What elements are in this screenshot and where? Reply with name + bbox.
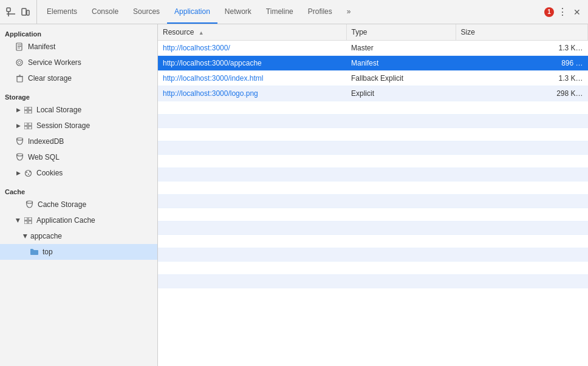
sidebar-item-session-storage[interactable]: ▶ Session Storage <box>0 118 157 134</box>
sidebar-item-cookies[interactable]: ▶ Cookies <box>0 165 157 181</box>
local-storage-label: Local Storage <box>36 106 81 114</box>
section-application: Application <box>0 27 157 39</box>
cell-size <box>456 195 588 208</box>
sidebar-item-manifest[interactable]: Manifest <box>0 39 157 55</box>
sidebar-item-app-cache[interactable]: ▶ Application Cache <box>0 212 157 228</box>
table-row[interactable] <box>158 235 588 248</box>
table-row[interactable] <box>158 195 588 208</box>
table-row[interactable]: http://localhost:3000/logo.pngExplicit29… <box>158 86 588 101</box>
cell-size <box>456 181 588 195</box>
table-row[interactable] <box>158 248 588 262</box>
cell-resource <box>158 235 346 248</box>
svg-point-23 <box>25 170 31 176</box>
tab-application[interactable]: Application <box>167 0 217 24</box>
cell-size: 1.3 K… <box>456 71 588 86</box>
cell-resource <box>158 275 346 288</box>
tab-elements[interactable]: Elements <box>39 0 84 24</box>
cell-resource <box>158 101 346 115</box>
column-resource[interactable]: Resource ▲ <box>158 24 346 41</box>
tab-network[interactable]: Network <box>217 0 259 24</box>
cell-size <box>456 168 588 181</box>
cell-type: Explicit <box>346 86 456 101</box>
session-storage-expand: ▶ <box>15 122 22 129</box>
tab-profiles[interactable]: Profiles <box>301 0 340 24</box>
web-sql-icon <box>15 152 24 162</box>
tab-more[interactable]: » <box>340 0 358 24</box>
table-row[interactable] <box>158 141 588 155</box>
svg-point-24 <box>26 172 27 173</box>
cell-size <box>456 248 588 262</box>
tab-console[interactable]: Console <box>84 0 126 24</box>
svg-rect-0 <box>7 8 10 12</box>
cell-resource <box>158 115 346 128</box>
more-options-icon[interactable]: ⋮ <box>556 6 569 18</box>
table-row[interactable] <box>158 168 588 181</box>
cell-size <box>456 115 588 128</box>
table-row[interactable] <box>158 101 588 115</box>
cell-resource <box>158 155 346 168</box>
cell-type <box>346 115 456 128</box>
manifest-label: Manifest <box>28 42 55 51</box>
table-container[interactable]: Resource ▲ Type Size http://localhost:30… <box>158 24 588 366</box>
cell-resource <box>158 128 346 141</box>
tab-timeline[interactable]: Timeline <box>259 0 301 24</box>
sidebar-item-appcache-child[interactable]: ▶ appcache <box>0 228 157 244</box>
local-storage-icon <box>23 105 33 115</box>
app-cache-icon <box>23 215 33 225</box>
svg-point-22 <box>16 154 22 156</box>
table-row[interactable] <box>158 222 588 235</box>
table-row[interactable] <box>158 208 588 222</box>
cell-type <box>346 195 456 208</box>
cell-type <box>346 128 456 141</box>
table-row[interactable] <box>158 115 588 128</box>
table-row[interactable] <box>158 155 588 168</box>
service-workers-icon <box>15 58 24 67</box>
svg-rect-16 <box>29 110 32 114</box>
cell-size <box>456 155 588 168</box>
local-storage-expand: ▶ <box>15 106 22 114</box>
svg-point-26 <box>29 171 30 172</box>
table-row[interactable] <box>158 181 588 195</box>
sidebar-item-indexeddb[interactable]: IndexedDB <box>0 134 157 149</box>
close-icon[interactable]: ✕ <box>571 6 583 18</box>
table-row[interactable] <box>158 128 588 141</box>
sidebar-item-cache-storage[interactable]: Cache Storage <box>0 197 157 212</box>
svg-rect-10 <box>17 76 22 82</box>
device-icon[interactable] <box>19 6 32 18</box>
toolbar-right: 1 ⋮ ✕ <box>539 6 588 18</box>
table-row[interactable]: http://localhost:3000/index.htmlFallback… <box>158 71 588 86</box>
cell-resource <box>158 222 346 235</box>
appcache-label: appcache <box>30 232 62 240</box>
sidebar-item-top[interactable]: top <box>0 244 157 260</box>
error-badge[interactable]: 1 <box>544 7 554 17</box>
sidebar-item-clear-storage[interactable]: Clear storage <box>0 70 157 86</box>
svg-rect-14 <box>29 107 32 110</box>
session-storage-icon <box>23 121 33 130</box>
cell-type: Manifest <box>346 56 456 71</box>
inspect-icon[interactable] <box>5 6 17 18</box>
svg-rect-17 <box>24 123 27 126</box>
svg-rect-31 <box>29 221 32 224</box>
cell-size: 896 … <box>456 56 588 71</box>
table-row[interactable]: http://localhost:3000/Master1.3 K… <box>158 41 588 56</box>
column-size[interactable]: Size <box>456 24 588 41</box>
cell-type: Master <box>346 41 456 56</box>
web-sql-label: Web SQL <box>28 153 60 161</box>
indexeddb-icon <box>15 137 24 146</box>
sidebar-item-web-sql[interactable]: Web SQL <box>0 149 157 165</box>
table-row[interactable]: http://localhost:3000/appcacheManifest89… <box>158 56 588 71</box>
tab-sources[interactable]: Sources <box>126 0 167 24</box>
column-type[interactable]: Type <box>346 24 456 41</box>
cell-type <box>346 275 456 288</box>
toolbar: Elements Console Sources Application Net… <box>0 0 588 24</box>
table-row[interactable] <box>158 275 588 288</box>
sidebar-item-service-workers[interactable]: Service Workers <box>0 55 157 70</box>
sidebar-item-local-storage[interactable]: ▶ Local Storage <box>0 102 157 118</box>
cell-size <box>456 275 588 288</box>
indexeddb-label: IndexedDB <box>28 137 64 146</box>
cell-size: 1.3 K… <box>456 41 588 56</box>
table-row[interactable] <box>158 262 588 275</box>
cell-resource <box>158 141 346 155</box>
cell-size <box>456 222 588 235</box>
cell-type <box>346 101 456 115</box>
